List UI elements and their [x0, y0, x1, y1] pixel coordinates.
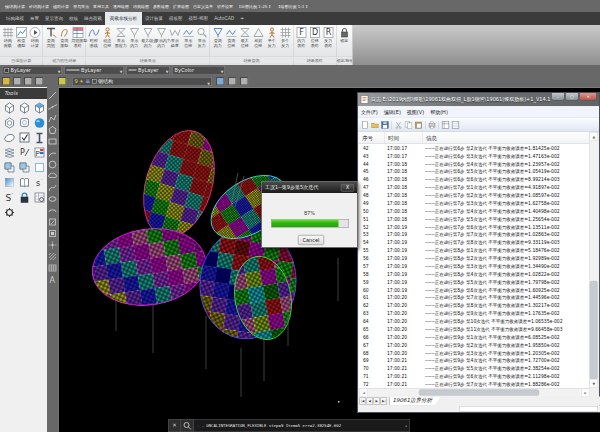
tab-prev-button[interactable]: ◀	[367, 398, 374, 405]
log-row-54[interactable]: 5417:00:19------正在进行第7步 第8次迭代 不平衡力收敛误差=9…	[359, 239, 590, 247]
ribbon-button-5-0[interactable]: 锁定	[338, 26, 351, 44]
log-row-47[interactable]: 4717:00:18------正在进行第7步 第1次迭代 不平衡力收敛误差=4…	[359, 183, 590, 191]
ribbon-button-3-0[interactable]: 查询内力	[211, 26, 224, 48]
sheet-tab[interactable]: 19061边界分析	[389, 397, 441, 406]
palette-icon-cube[interactable]	[3, 101, 16, 114]
layer-tool-icon-6[interactable]	[228, 77, 237, 86]
layer-combo[interactable]: 9 ☀ 🖶 钢结构▼	[72, 77, 212, 86]
scroll-thumb[interactable]	[590, 281, 598, 379]
log-row-61[interactable]: 6117:00:20------正在进行第8步 第7次迭代 不平衡力收敛误差=1…	[359, 294, 590, 302]
menu-item-1[interactable]: 砼结构计算	[27, 3, 51, 9]
property-combo-0[interactable]: ByLayer▼	[2, 66, 62, 75]
palette-icon-gear[interactable]	[3, 206, 16, 219]
hscroll-thumb[interactable]	[419, 390, 539, 396]
ribbon-button-3-1[interactable]: 查询位移	[225, 26, 238, 48]
draw-icon-arc[interactable]	[48, 149, 57, 158]
tab-next-button[interactable]: ▶	[374, 398, 381, 405]
log-row-59[interactable]: 5917:00:19------正在进行第8步 第5次迭代 不平衡力收敛误差=1…	[359, 278, 590, 286]
log-row-69[interactable]: 6917:00:21------正在进行第9步 第4次迭代 不平衡力收敛误差=1…	[359, 357, 590, 365]
log-row-63[interactable]: 6317:00:20------正在进行第8步 第9次迭代 不平衡力收敛误差=1…	[359, 309, 590, 317]
palette-icon-lock-blue[interactable]	[18, 191, 31, 204]
log-menu-2[interactable]: 视图(V)	[404, 109, 427, 116]
cut-icon[interactable]	[395, 121, 403, 129]
ribbon-button-2-8[interactable]: 显示反力	[195, 26, 208, 48]
palette-icon-corner[interactable]	[18, 161, 31, 174]
palette-icon-book[interactable]	[18, 176, 31, 189]
log-row-45[interactable]: 4517:00:18------正在进行第6步 第5次迭代 不平衡力收敛误差=1…	[359, 168, 590, 176]
ribbon-button-1-2[interactable]: 周期振型表格	[71, 26, 84, 48]
log-menu-1[interactable]: 编辑(E)	[381, 109, 404, 116]
palette-icon-cube-blue[interactable]	[33, 101, 46, 114]
ribbon-tab-1[interactable]: 布置	[27, 12, 42, 25]
ribbon-button-3-2[interactable]: 最大位移	[238, 26, 251, 48]
palette-icon-check[interactable]	[18, 131, 31, 144]
log-row-71[interactable]: 7117:00:21------正在进行第9步 第6次迭代 不平衡力收敛误差=2…	[359, 372, 590, 380]
log-row-51[interactable]: 5117:00:18------正在进行第7步 第5次迭代 不平衡力收敛误差=1…	[359, 215, 590, 223]
view2-icon[interactable]	[452, 121, 460, 129]
ribbon-button-4-0[interactable]: F内力表格	[295, 26, 308, 48]
log-row-68[interactable]: 6817:00:20------正在进行第9步 第3次迭代 不平衡力收敛误差=1…	[359, 349, 590, 357]
ribbon-tab-8[interactable]: 模型-视图	[186, 12, 212, 25]
command-search-button[interactable]	[181, 419, 194, 432]
command-close-button[interactable]: ✕	[168, 419, 181, 432]
paste-icon[interactable]	[415, 121, 423, 129]
log-vertical-scrollbar[interactable]: ▲ ▼	[589, 132, 598, 388]
layer-tool-icon-4[interactable]	[58, 77, 67, 86]
view1-icon[interactable]	[442, 121, 450, 129]
log-row-72[interactable]: 7217:00:21------正在进行第9步 第7次迭代 不平衡力收敛误差=1…	[359, 380, 590, 388]
log-row-42[interactable]: 4217:00:17------正在进行第6步 第2次迭代 不平衡力收敛误差=1…	[359, 144, 590, 152]
draw-icon-table[interactable]	[48, 264, 57, 273]
menu-item-3[interactable]: 层与显示	[71, 3, 91, 9]
ribbon-tab-0[interactable]: 结构建模	[3, 12, 27, 25]
menu-item-0[interactable]: 钢结构计算	[3, 3, 27, 9]
palette-icon-corner[interactable]	[3, 161, 16, 174]
ribbon-tab-6[interactable]: 设计验算	[142, 12, 166, 25]
log-row-46[interactable]: 4617:00:18------正在进行第6步 第6次迭代 不平衡力收敛误差=8…	[359, 176, 590, 184]
property-combo-3[interactable]: ByColor▼	[172, 66, 225, 75]
ribbon-button-2-5[interactable]: 显示内力内力	[155, 26, 168, 48]
ribbon-button-0-1[interactable]: 检查模型	[15, 26, 28, 48]
ribbon-button-2-4[interactable]: 最大组合内力	[141, 26, 154, 48]
menu-item-10[interactable]: 软件设置	[215, 3, 235, 9]
command-input[interactable]: ›- ONCALINTEGRATION_FLEXIBLE step=9 Item…	[194, 419, 410, 432]
command-expand-arrow[interactable]: ▴	[405, 420, 408, 432]
scroll-right-arrow[interactable]: ►	[581, 389, 590, 397]
copy-icon[interactable]	[405, 121, 413, 129]
ribbon-tab-5[interactable]: 荷载非线分析	[105, 12, 142, 25]
log-window-titlebar[interactable]: 日志 E:\2019内部\蝶歌\19061双曲双扭_L胎1钢管\19061(蝶双…	[358, 93, 599, 106]
ribbon-button-2-0[interactable]: 时程曲线	[87, 26, 100, 48]
scroll-down-arrow[interactable]: ▼	[590, 379, 599, 388]
layer-tool-icon-7[interactable]	[240, 77, 249, 86]
palette-icon-sphere[interactable]	[33, 116, 46, 129]
new-icon[interactable]	[361, 121, 369, 129]
log-menu-3[interactable]: 帮助(H)	[427, 109, 451, 116]
tab-first-button[interactable]: |◀	[360, 398, 367, 405]
log-column-2[interactable]: 信息	[423, 132, 590, 144]
print-icon[interactable]	[428, 121, 436, 129]
log-row-57[interactable]: 5717:00:19------正在进行第8步 第3次迭代 不平衡力收敛误差=1…	[359, 262, 590, 270]
log-row-67[interactable]: 6717:00:20------正在进行第9步 第2次迭代 不平衡力收敛误差=1…	[359, 341, 590, 349]
log-horizontal-scrollbar[interactable]: ◄ ►	[359, 388, 590, 397]
ribbon-button-1-1[interactable]: 查询振型	[58, 26, 71, 48]
log-row-55[interactable]: 5517:00:19------正在进行第8步 第1次迭代 不平衡力收敛误差=5…	[359, 246, 590, 254]
menu-item-7[interactable]: 参数绘图	[151, 3, 171, 9]
draw-icon-circle[interactable]	[48, 160, 57, 169]
draw-icon-mtext[interactable]: A	[48, 275, 57, 284]
ribbon-button-2-7[interactable]: 显示位移	[182, 26, 195, 48]
palette-icon-grad[interactable]	[3, 176, 16, 189]
log-row-48[interactable]: 4817:00:18------正在进行第7步 第2次迭代 不平衡力收敛误差=1…	[359, 191, 590, 199]
ribbon-button-2-1[interactable]: 动态位移	[101, 26, 114, 48]
draw-icon-earc[interactable]	[48, 206, 57, 215]
ribbon-button-3-3[interactable]: 相对位移	[252, 26, 265, 48]
ribbon-button-2-3[interactable]: 显示内力	[128, 26, 141, 48]
palette-icon-p-slash[interactable]: P	[18, 146, 31, 159]
tools-palette-title[interactable]: Tools	[0, 88, 47, 99]
draw-icon-point[interactable]	[48, 241, 57, 250]
close-button[interactable]: ✕	[580, 93, 598, 101]
log-row-43[interactable]: 4317:00:17------正在进行第6步 第3次迭代 不平衡力收敛误差=1…	[359, 152, 590, 160]
log-menu-0[interactable]: 文件(F)	[358, 109, 381, 116]
menu-item-5[interactable]: 通用绘图	[111, 3, 131, 9]
ribbon-tab-9[interactable]: AutoCAD	[211, 12, 237, 25]
draw-icon-rect[interactable]	[48, 137, 57, 146]
palette-icon-sphere-wire[interactable]	[3, 116, 16, 129]
